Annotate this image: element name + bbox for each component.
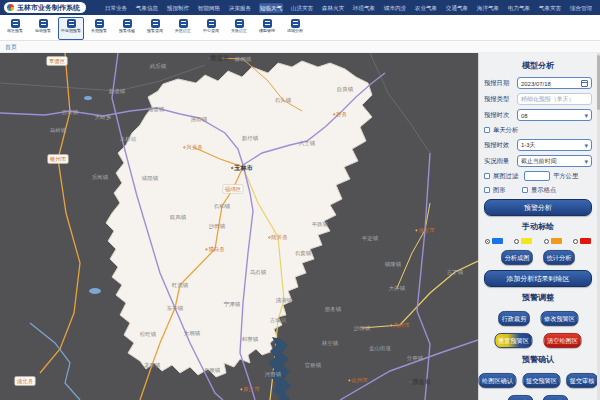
document-icon (123, 19, 132, 28)
top-nav-item[interactable]: 环境气象 (352, 3, 376, 13)
forecast-validity-select[interactable]: 1-3天 ▾ (517, 139, 592, 151)
submenu-item[interactable]: 外区订正 (170, 17, 196, 40)
rainfall-select[interactable]: 截止当前时间 ▾ (517, 155, 592, 167)
top-nav-item[interactable]: 决策服务 (228, 3, 252, 13)
area-filter-checkbox[interactable] (484, 173, 490, 179)
top-nav-item[interactable]: 交通气象 (445, 3, 469, 13)
top-nav-item[interactable]: 智能网格 (197, 3, 221, 13)
top-nav-item[interactable]: 气象灾害 (538, 3, 562, 13)
top-nav-item[interactable]: 气象信息 (135, 3, 159, 13)
map-place-label: 茂名市 (409, 378, 431, 387)
map-place-label: 沙田镇 (354, 324, 370, 332)
map-place-label: 河唇镇 (265, 370, 281, 378)
radio-icon (514, 239, 519, 244)
forecast-time-select[interactable]: 08 ▾ (517, 109, 592, 121)
map-place-label: 高州市 (390, 321, 410, 329)
map-place-label: 石头镇 (275, 96, 291, 104)
clear-canvas-button[interactable]: 清空绘图区 (544, 333, 582, 348)
map-place-label: 化州市 (348, 376, 368, 384)
radio-icon (573, 239, 578, 244)
submenu-item-label: 失效订正 (231, 28, 247, 34)
map-place-label: 那务镇 (325, 305, 341, 313)
place-marker-icon (268, 236, 270, 238)
top-nav-item[interactable]: 短临天气 (259, 3, 283, 13)
forecast-date-input[interactable]: 2023/07/18 (517, 77, 592, 89)
top-nav-item[interactable]: 城市内涝 (383, 3, 407, 13)
single-day-checkbox[interactable] (484, 127, 490, 133)
app-logo[interactable]: 玉林市业务制作系统 (4, 2, 86, 13)
top-nav-item[interactable]: 电力气象 (507, 3, 531, 13)
chevron-down-icon: ▾ (584, 142, 588, 149)
forecast-type-input[interactable]: 精细化预报（单天） (517, 93, 592, 105)
draw-color-radio[interactable] (573, 238, 591, 244)
submenu-item-label: 预警传输 (119, 28, 135, 34)
draw-color-group (485, 238, 591, 244)
top-nav-item[interactable]: 综合管理 (569, 3, 593, 13)
place-marker-icon (333, 113, 335, 115)
top-nav-item[interactable]: 农业气象 (414, 3, 438, 13)
map-place-label: 信宜市 (415, 226, 435, 234)
document-icon (179, 19, 188, 28)
submenu-item[interactable]: 中心查询 (198, 17, 224, 40)
statistics-button[interactable]: 统计分析 (543, 250, 575, 265)
draw-color-radio[interactable] (485, 238, 503, 244)
analysis-image-button[interactable]: 分析成图 (501, 250, 533, 265)
legend-checkbox[interactable] (484, 187, 490, 193)
modify-warning-area-button[interactable]: 修改预警区 (540, 311, 578, 326)
map-place-label: 城隍镇 (142, 174, 158, 182)
area-filter-input[interactable] (524, 171, 550, 181)
admin-clip-button[interactable]: 行政裁剪 (498, 311, 530, 326)
map-place-label: 大垌镇 (184, 329, 200, 337)
map-canvas[interactable]: 覃塘区 贵港市 武乐镇 麻垌镇 新塘镇 (0, 53, 478, 400)
top-nav-item[interactable]: 森林火灾 (321, 3, 345, 13)
model-analysis-panel: 模型分析 预报日期 2023/07/18 预报类型 精细化预报（单天） 预报时次… (478, 53, 600, 400)
map-place-label: 麻垌镇 (235, 55, 251, 63)
top-nav-item[interactable]: 海洋气象 (476, 3, 500, 13)
breadcrumb-home-link[interactable]: 首页 (5, 42, 17, 51)
top-nav-item[interactable]: 预报制作 (166, 3, 190, 13)
submenu-item[interactable]: 中短期预警 (58, 17, 84, 40)
document-icon (207, 19, 216, 28)
top-nav-item[interactable]: 日常业务 (104, 3, 128, 13)
forecast-validity-label: 预报时效 (484, 141, 511, 150)
top-nav-item[interactable]: 山洪灾害 (290, 3, 314, 13)
submenu-item[interactable]: 长期预警 (86, 17, 112, 40)
next-frame-button[interactable]: 下一幅 (543, 395, 569, 400)
draw-color-radio[interactable] (544, 238, 562, 244)
submenu-item[interactable]: 流域分析 (282, 17, 308, 40)
show-grid-checkbox[interactable] (522, 187, 528, 193)
submenu-item[interactable]: 失效订正 (226, 17, 252, 40)
forecast-time-value: 08 (521, 112, 528, 118)
map-place-label: 容县 (333, 110, 347, 118)
map-place-label: 石颈镇 (204, 366, 220, 374)
warning-confirm-title: 预警确认 (484, 354, 592, 365)
map-place-label: 武乐镇 (150, 62, 166, 70)
confirm-canvas-button[interactable]: 绘图区确认 (479, 373, 517, 388)
submenu-item[interactable]: 模型管理 (254, 17, 280, 40)
overlay-result-button[interactable]: 添加分析结果到绘区 (484, 270, 592, 287)
document-icon (39, 19, 48, 28)
submenu-item[interactable]: 预警查询 (142, 17, 168, 40)
submit-warning-area-button[interactable]: 提交预警区 (523, 373, 561, 388)
submenu-item[interactable]: 临近预警 (2, 17, 28, 40)
map-place-label: 清湖镇 (276, 296, 292, 304)
previous-frame-button[interactable]: 上一幅 (508, 395, 534, 400)
rainfall-label: 实况雨量 (484, 157, 511, 166)
color-swatch (551, 238, 562, 244)
reset-warning-area-button[interactable]: 重置预警区 (495, 333, 533, 348)
submenu-item[interactable]: 预警传输 (114, 17, 140, 40)
map-place-label: 分界镇 (407, 354, 423, 362)
submenu-item-label: 预警查询 (147, 28, 163, 34)
color-swatch (580, 238, 591, 244)
map-place-label: 横州市 (47, 154, 68, 163)
draw-color-radio[interactable] (514, 238, 532, 244)
place-marker-icon (348, 379, 350, 381)
submit-audit-button[interactable]: 提交审核 (566, 373, 598, 388)
submenu-item[interactable]: 短临预警 (30, 17, 56, 40)
warning-analysis-button[interactable]: 预警分析 (484, 199, 592, 216)
forecast-type-value: 精细化预报（单天） (521, 95, 575, 104)
place-marker-icon (231, 167, 233, 169)
map-place-label: 平定镇 (362, 234, 378, 242)
document-icon (95, 19, 104, 28)
color-swatch (521, 238, 532, 244)
